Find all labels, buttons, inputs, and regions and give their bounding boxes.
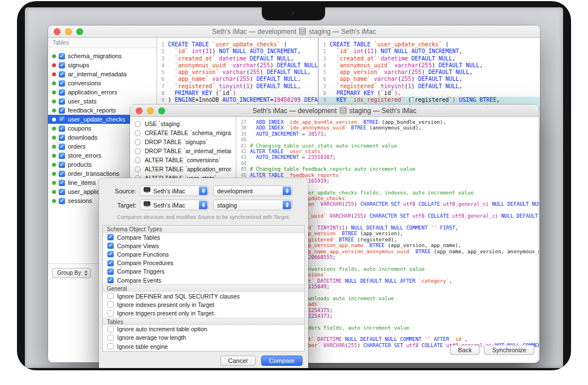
option-checkbox[interactable] — [107, 301, 114, 308]
option-row[interactable]: Compare Events — [103, 276, 304, 284]
code-text: # Changing table user_stats auto increme… — [249, 143, 539, 149]
option-row[interactable]: Compare Views — [103, 241, 304, 250]
back-button[interactable]: Back — [450, 345, 479, 355]
option-row[interactable]: Compare Triggers — [103, 267, 304, 276]
option-checkbox[interactable] — [107, 335, 114, 341]
table-checkbox[interactable] — [59, 71, 65, 77]
synchronize-button[interactable]: Synchronize — [484, 345, 534, 355]
statement-label: USE `staging` — [145, 120, 181, 127]
option-checkbox[interactable] — [107, 243, 114, 249]
code-text: `created_at` datetime DEFAULT NULL, — [328, 55, 540, 62]
status-dot — [52, 181, 56, 185]
minimize-button[interactable] — [147, 107, 154, 114]
table-checkbox[interactable] — [59, 198, 65, 204]
option-checkbox[interactable] — [107, 277, 114, 283]
table-row[interactable]: application_errors — [48, 88, 157, 97]
statement-radio[interactable] — [135, 139, 141, 145]
table-label: signups — [68, 62, 89, 68]
table-checkbox[interactable] — [59, 107, 65, 114]
table-row[interactable]: ar_internal_metadata — [48, 70, 157, 79]
compare-button[interactable]: Compare — [261, 356, 302, 366]
statement-radio[interactable] — [135, 148, 141, 154]
statement-radio[interactable] — [135, 130, 141, 136]
table-checkbox[interactable] — [59, 162, 65, 168]
options-listbox: Schema Object TypesCompare TablesCompare… — [102, 225, 305, 352]
statement-radio[interactable] — [135, 166, 141, 172]
code-line: 1CREATE TABLE `user_update_checks` ( — [157, 41, 318, 48]
close-button[interactable] — [136, 107, 142, 114]
minimize-button[interactable] — [65, 28, 72, 35]
popup-arrows-icon — [199, 187, 207, 195]
table-checkbox[interactable] — [59, 62, 65, 68]
section-header: General — [103, 284, 304, 292]
option-checkbox[interactable] — [107, 343, 114, 349]
group-by-popup[interactable]: Group By — [52, 268, 91, 278]
option-checkbox[interactable] — [107, 310, 114, 317]
front-window-titlebar[interactable]: Seth's iMac — development staging — Seth… — [130, 105, 539, 117]
statement-label: ALTER TABLE `application_errors` — [145, 166, 231, 172]
line-number: 6 — [157, 76, 166, 83]
table-row[interactable]: schema_migrations — [48, 51, 157, 60]
target-host-select[interactable]: Seth's iMac — [140, 200, 209, 210]
target-database-select[interactable]: staging — [213, 200, 292, 210]
option-row[interactable]: Ignore indexes present only in Target — [103, 300, 304, 309]
option-label: Compare Tables — [117, 234, 160, 241]
table-checkbox[interactable] — [59, 89, 65, 96]
option-checkbox[interactable] — [107, 260, 114, 266]
back-window-titlebar[interactable]: Seth's iMac — development staging — Seth… — [48, 25, 540, 38]
table-checkbox[interactable] — [59, 171, 65, 177]
statement-row[interactable]: DROP TABLE `ar_internal_metadata` — [130, 146, 236, 155]
table-checkbox[interactable] — [59, 135, 65, 141]
option-row[interactable]: Ignore DEFINER and SQL SECURITY clauses — [103, 292, 304, 300]
line-number: 7 — [319, 83, 328, 90]
statement-radio[interactable] — [135, 157, 141, 163]
zoom-button[interactable] — [158, 107, 165, 114]
table-row[interactable]: signups — [48, 60, 157, 70]
source-database-select[interactable]: development — [213, 185, 292, 196]
zoom-button[interactable] — [76, 28, 83, 35]
line-number: 40 — [236, 137, 249, 142]
table-checkbox[interactable] — [59, 80, 65, 86]
option-checkbox[interactable] — [107, 269, 114, 275]
option-label: Compare Procedures — [117, 259, 174, 266]
code-line: 5 `app_version` varchar(255) DEFAULT NUL… — [157, 69, 318, 76]
option-row[interactable]: Ignore triggers present only in Target — [103, 309, 304, 318]
table-checkbox[interactable] — [59, 98, 65, 105]
table-checkbox[interactable] — [59, 180, 65, 186]
line-number: 44 — [236, 161, 249, 166]
dialog-caption: Compares structure and modifies Source t… — [107, 214, 300, 220]
statement-row[interactable]: ALTER TABLE `application_errors` — [130, 165, 236, 174]
line-number: 8 — [319, 90, 328, 97]
statement-row[interactable]: USE `staging` — [130, 119, 236, 128]
table-checkbox[interactable] — [59, 126, 65, 132]
table-checkbox[interactable] — [59, 144, 65, 150]
table-checkbox[interactable] — [59, 116, 65, 123]
option-row[interactable]: Ignore auto increment table option — [103, 325, 304, 334]
status-dot — [52, 100, 56, 103]
option-checkbox[interactable] — [107, 234, 114, 240]
source-host-select[interactable]: Seth's iMac — [140, 185, 209, 196]
option-row[interactable]: Compare Functions — [103, 250, 304, 258]
option-checkbox[interactable] — [107, 293, 114, 299]
line-number: 42 — [236, 149, 249, 154]
table-checkbox[interactable] — [59, 53, 65, 59]
table-label: store_errors — [68, 152, 101, 159]
cancel-button[interactable]: Cancel — [220, 356, 256, 366]
option-checkbox[interactable] — [107, 251, 114, 257]
option-row[interactable]: Compare Tables — [103, 233, 304, 241]
statement-row[interactable]: CREATE TABLE `schema_migrations` ( — [130, 128, 236, 137]
table-checkbox[interactable] — [59, 189, 65, 195]
table-checkbox[interactable] — [59, 153, 65, 159]
table-row[interactable]: conversions — [48, 79, 157, 88]
statement-radio[interactable] — [135, 121, 141, 127]
statement-row[interactable]: ALTER TABLE `conversions` — [130, 155, 236, 165]
option-row[interactable]: Compare Procedures — [103, 259, 304, 267]
code-text: `id` int(11) NOT NULL AUTO_INCREMENT, — [328, 48, 540, 55]
close-button[interactable] — [54, 28, 60, 35]
option-row[interactable]: Ignore table engine — [103, 342, 304, 351]
option-row[interactable]: Ignore average row length — [103, 334, 304, 342]
section-header: Schema Object Types — [103, 226, 304, 233]
status-dot — [52, 163, 56, 167]
option-checkbox[interactable] — [107, 326, 114, 332]
statement-row[interactable]: DROP TABLE `signups` — [130, 137, 236, 146]
